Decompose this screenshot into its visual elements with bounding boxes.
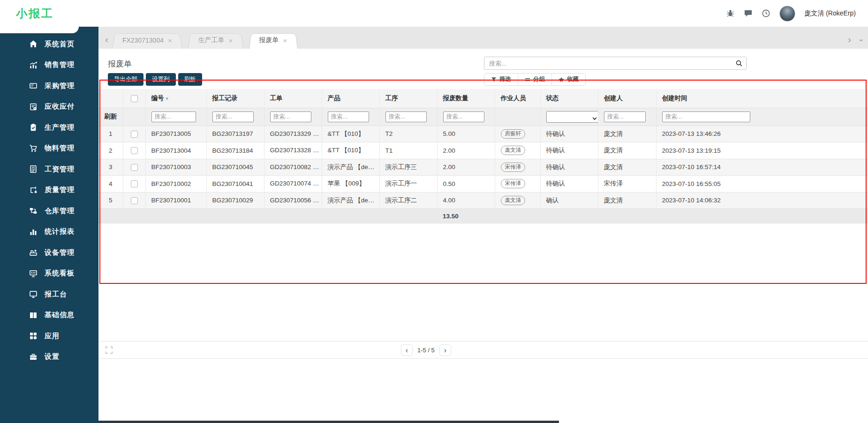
pagination-range: 1-5 / 5: [417, 347, 435, 354]
toolbar-button-0[interactable]: 导出全部: [108, 73, 143, 86]
select-all-checkbox[interactable]: [131, 95, 138, 102]
history-icon[interactable]: [762, 9, 770, 18]
filter-qty-input[interactable]: [443, 111, 484, 122]
header-workorder[interactable]: 工单: [264, 89, 322, 108]
header-record[interactable]: 报工记录: [206, 89, 264, 108]
sidebar-item-10[interactable]: 设备管理: [0, 242, 98, 263]
cell-creator: 庞文清: [598, 142, 656, 159]
table-row[interactable]: 4 BF230710002 BG230710041 GD230710074 【苹…: [98, 176, 868, 193]
sidebar-item-3[interactable]: 应收应付: [0, 96, 98, 118]
tabs-dropdown-icon[interactable]: ⌄: [858, 35, 864, 43]
refresh-link[interactable]: 刷新: [98, 108, 123, 126]
username[interactable]: 庞文清 (RokeErp): [804, 9, 856, 18]
sidebar-item-4[interactable]: 生产管理: [0, 117, 98, 138]
status-filter-select[interactable]: [546, 111, 598, 123]
tab-label: 报废单: [259, 36, 279, 45]
header-process[interactable]: 工序: [379, 89, 437, 108]
filter-product-input[interactable]: [328, 111, 369, 122]
sidebar-item-label: 报工台: [45, 290, 67, 299]
row-checkbox-cell: [123, 176, 145, 193]
favorite-button[interactable]: 收藏: [552, 74, 585, 85]
cell-record: BG230710045: [206, 159, 264, 176]
header-status[interactable]: 状态: [540, 89, 598, 108]
cell-qty: 2.00: [437, 159, 495, 176]
sort-caret-icon: ▾: [166, 96, 169, 101]
filter-process-input[interactable]: [385, 111, 427, 122]
global-search-input[interactable]: [484, 57, 747, 70]
receivable-icon: [29, 103, 38, 111]
toolbar-button-2[interactable]: 刷新: [178, 73, 202, 86]
home-icon: [29, 40, 38, 48]
filter-workorder-input[interactable]: [270, 111, 311, 122]
tab-close-icon[interactable]: ×: [168, 37, 172, 45]
table-row[interactable]: 5 BF230710001 BG230710029 GD230710056 【演…: [98, 192, 868, 209]
filter-operator-cell: [495, 108, 540, 126]
sidebar-item-label: 工资管理: [45, 165, 75, 174]
quality-icon: [29, 186, 38, 194]
fullscreen-icon[interactable]: [105, 346, 113, 354]
search-icon[interactable]: [735, 59, 743, 67]
toolbar-button-1[interactable]: 设置列: [146, 73, 176, 86]
tab-close-icon[interactable]: ×: [283, 37, 287, 45]
sidebar-item-7[interactable]: 质量管理: [0, 180, 98, 201]
sidebar-item-8[interactable]: 仓库管理: [0, 200, 98, 222]
table-row[interactable]: 3 BF230710003 BG230710045 GD230710082 【演…: [98, 159, 868, 176]
header-product[interactable]: 产品: [322, 89, 379, 108]
app-window: 系统首页 销售管理 采购管理 应收应付 生产管理 物料管理 工资管理 质量管理 …: [0, 0, 868, 423]
sidebar-item-0[interactable]: 系统首页: [0, 34, 98, 55]
cell-workorder: GD230713329 【&T...: [264, 126, 322, 142]
report-icon: [29, 228, 38, 236]
header-row: 编号▾ 报工记录 工单 产品 工序 报废数量 作业人员 状态 创建人 创建时间: [98, 89, 868, 108]
sidebar-item-label: 生产管理: [45, 123, 75, 132]
cell-created: 2023-07-13 13:19:15: [656, 142, 868, 159]
tab-2[interactable]: 报废单 ×: [249, 32, 298, 49]
tab-1[interactable]: 生产工单 ×: [188, 32, 243, 49]
tab-0[interactable]: FX230713004 ×: [112, 32, 182, 49]
sidebar-item-11[interactable]: 系统看板: [0, 263, 98, 284]
tab-label: 生产工单: [198, 36, 225, 45]
sidebar-item-label: 应收应付: [45, 102, 75, 111]
row-checkbox[interactable]: [131, 180, 138, 187]
sidebar-item-6[interactable]: 工资管理: [0, 159, 98, 180]
tabs-scroll-left-icon[interactable]: ‹: [105, 34, 108, 44]
header-created[interactable]: 创建时间: [656, 89, 868, 108]
sidebar-item-5[interactable]: 物料管理: [0, 138, 98, 159]
row-checkbox[interactable]: [131, 131, 138, 138]
avatar[interactable]: [779, 6, 795, 22]
filter-code-input[interactable]: [151, 111, 196, 122]
cell-status: 待确认: [540, 142, 598, 159]
row-checkbox[interactable]: [131, 164, 138, 171]
chat-icon[interactable]: [744, 9, 753, 18]
header-qty[interactable]: 报废数量: [437, 89, 495, 108]
cell-process: T2: [379, 126, 437, 142]
filter-creator-input[interactable]: [604, 111, 646, 122]
table-row[interactable]: 2 BF230713004 BG230713184 GD230713328 【&…: [98, 142, 868, 159]
cell-process: 演示工序一: [379, 176, 437, 193]
header-creator[interactable]: 创建人: [598, 89, 656, 108]
cell-record: BG230710041: [206, 176, 264, 193]
sidebar-item-15[interactable]: 设置: [0, 347, 98, 368]
sidebar-item-1[interactable]: 销售管理: [0, 55, 98, 76]
sidebar-item-14[interactable]: 应用: [0, 326, 98, 347]
row-checkbox[interactable]: [131, 197, 138, 204]
next-page-button[interactable]: ›: [439, 344, 451, 356]
bug-icon[interactable]: [726, 9, 735, 18]
tabs-scroll-right-icon[interactable]: ›: [848, 34, 851, 44]
header-operator[interactable]: 作业人员: [495, 89, 540, 108]
cell-qty: 0.50: [437, 176, 495, 193]
sidebar-item-2[interactable]: 采购管理: [0, 75, 98, 96]
cell-operator: 庞文清: [495, 192, 540, 209]
table-row[interactable]: 1 BF230713005 BG230713197 GD230713329 【&…: [98, 126, 868, 142]
sidebar-item-13[interactable]: 基础信息: [0, 305, 98, 326]
filter-record-input[interactable]: [212, 111, 254, 122]
header-code[interactable]: 编号▾: [145, 89, 206, 108]
sidebar-item-12[interactable]: 报工台: [0, 284, 98, 305]
group-by-button[interactable]: 分组: [518, 74, 552, 85]
sidebar-item-9[interactable]: 统计报表: [0, 222, 98, 243]
row-checkbox[interactable]: [131, 147, 138, 154]
filter-created-input[interactable]: [662, 111, 750, 122]
app-logo: 小报工: [16, 6, 54, 21]
prev-page-button[interactable]: ‹: [401, 344, 413, 356]
tab-close-icon[interactable]: ×: [229, 37, 233, 45]
filter-button[interactable]: 筛选: [484, 74, 518, 85]
